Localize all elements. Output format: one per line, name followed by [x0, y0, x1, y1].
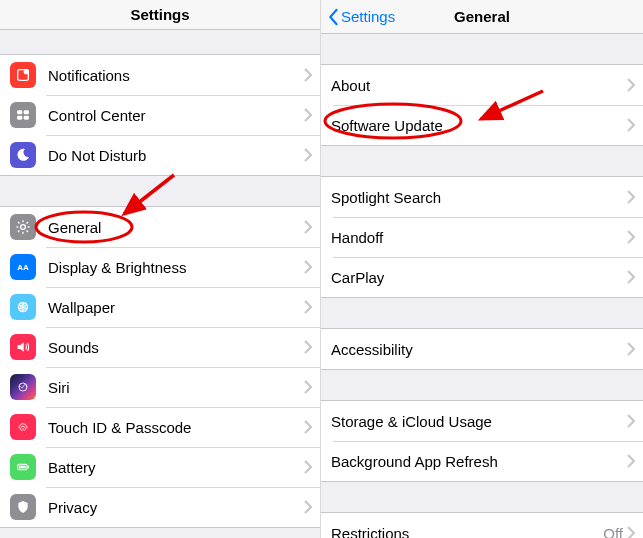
row-carplay[interactable]: CarPlay [321, 257, 643, 297]
svg-line-12 [27, 231, 28, 232]
row-label: Notifications [48, 67, 304, 84]
spacer [0, 30, 320, 54]
row-label: General [48, 219, 304, 236]
back-label: Settings [341, 8, 395, 25]
row-value: Off [603, 525, 623, 539]
svg-rect-2 [17, 110, 22, 114]
spacer [321, 146, 643, 176]
row-label: Privacy [48, 499, 304, 516]
settings-title: Settings [130, 6, 189, 23]
chevron-right-icon [627, 454, 635, 468]
back-button[interactable]: Settings [327, 8, 395, 26]
row-label: Handoff [331, 229, 627, 246]
chevron-right-icon [304, 68, 312, 82]
chevron-right-icon [304, 460, 312, 474]
privacy-icon [10, 494, 36, 520]
row-about[interactable]: About [321, 65, 643, 105]
svg-rect-5 [24, 116, 29, 120]
control-center-icon [10, 102, 36, 128]
svg-rect-4 [17, 116, 22, 120]
row-spotlight-search[interactable]: Spotlight Search [321, 177, 643, 217]
svg-line-11 [18, 222, 19, 223]
general-group-5: Restrictions Off [321, 512, 643, 538]
svg-line-13 [18, 231, 19, 232]
row-handoff[interactable]: Handoff [321, 217, 643, 257]
wallpaper-icon [10, 294, 36, 320]
chevron-right-icon [304, 220, 312, 234]
general-group-2: Spotlight Search Handoff CarPlay [321, 176, 643, 298]
svg-point-1 [24, 69, 29, 74]
sounds-icon [10, 334, 36, 360]
svg-text:AA: AA [17, 263, 29, 272]
row-control-center[interactable]: Control Center [0, 95, 320, 135]
chevron-right-icon [627, 190, 635, 204]
row-label: Siri [48, 379, 304, 396]
chevron-right-icon [304, 340, 312, 354]
svg-rect-23 [19, 466, 26, 469]
row-label: Touch ID & Passcode [48, 419, 304, 436]
spacer [321, 298, 643, 328]
siri-icon [10, 374, 36, 400]
row-label: Do Not Disturb [48, 147, 304, 164]
chevron-right-icon [304, 148, 312, 162]
settings-group-2: General AA Display & Brightness Wallpape… [0, 206, 320, 528]
row-label: Battery [48, 459, 304, 476]
general-icon [10, 214, 36, 240]
dnd-icon [10, 142, 36, 168]
svg-point-17 [22, 306, 25, 309]
notifications-icon [10, 62, 36, 88]
row-siri[interactable]: Siri [0, 367, 320, 407]
row-label: Control Center [48, 107, 304, 124]
general-group-4: Storage & iCloud Usage Background App Re… [321, 400, 643, 482]
row-general[interactable]: General [0, 207, 320, 247]
spacer [321, 482, 643, 512]
chevron-right-icon [627, 342, 635, 356]
general-group-1: About Software Update [321, 64, 643, 146]
row-touch-id[interactable]: Touch ID & Passcode [0, 407, 320, 447]
chevron-right-icon [304, 108, 312, 122]
battery-icon [10, 454, 36, 480]
general-title: General [454, 8, 510, 25]
chevron-right-icon [304, 420, 312, 434]
row-label: Display & Brightness [48, 259, 304, 276]
chevron-right-icon [627, 270, 635, 284]
settings-group-1: Notifications Control Center Do Not Dist… [0, 54, 320, 176]
spacer [0, 176, 320, 206]
svg-rect-24 [28, 466, 29, 469]
row-storage-icloud[interactable]: Storage & iCloud Usage [321, 401, 643, 441]
row-restrictions[interactable]: Restrictions Off [321, 513, 643, 538]
svg-point-6 [21, 225, 26, 230]
chevron-right-icon [304, 300, 312, 314]
chevron-right-icon [627, 230, 635, 244]
row-label: Wallpaper [48, 299, 304, 316]
svg-line-14 [27, 222, 28, 223]
row-display-brightness[interactable]: AA Display & Brightness [0, 247, 320, 287]
chevron-right-icon [627, 414, 635, 428]
general-navbar: Settings General [321, 0, 643, 34]
row-sounds[interactable]: Sounds [0, 327, 320, 367]
row-battery[interactable]: Battery [0, 447, 320, 487]
general-group-3: Accessibility [321, 328, 643, 370]
touchid-icon [10, 414, 36, 440]
row-label: Sounds [48, 339, 304, 356]
chevron-right-icon [627, 118, 635, 132]
row-label: Storage & iCloud Usage [331, 413, 627, 430]
chevron-right-icon [627, 526, 635, 538]
chevron-right-icon [627, 78, 635, 92]
row-wallpaper[interactable]: Wallpaper [0, 287, 320, 327]
row-software-update[interactable]: Software Update [321, 105, 643, 145]
chevron-left-icon [327, 8, 339, 26]
chevron-right-icon [304, 380, 312, 394]
row-privacy[interactable]: Privacy [0, 487, 320, 527]
row-do-not-disturb[interactable]: Do Not Disturb [0, 135, 320, 175]
svg-rect-3 [24, 110, 29, 114]
chevron-right-icon [304, 500, 312, 514]
row-label: Background App Refresh [331, 453, 627, 470]
row-notifications[interactable]: Notifications [0, 55, 320, 95]
row-background-app-refresh[interactable]: Background App Refresh [321, 441, 643, 481]
row-label: Software Update [331, 117, 627, 134]
chevron-right-icon [304, 260, 312, 274]
row-accessibility[interactable]: Accessibility [321, 329, 643, 369]
row-label: CarPlay [331, 269, 627, 286]
settings-navbar: Settings [0, 0, 320, 30]
